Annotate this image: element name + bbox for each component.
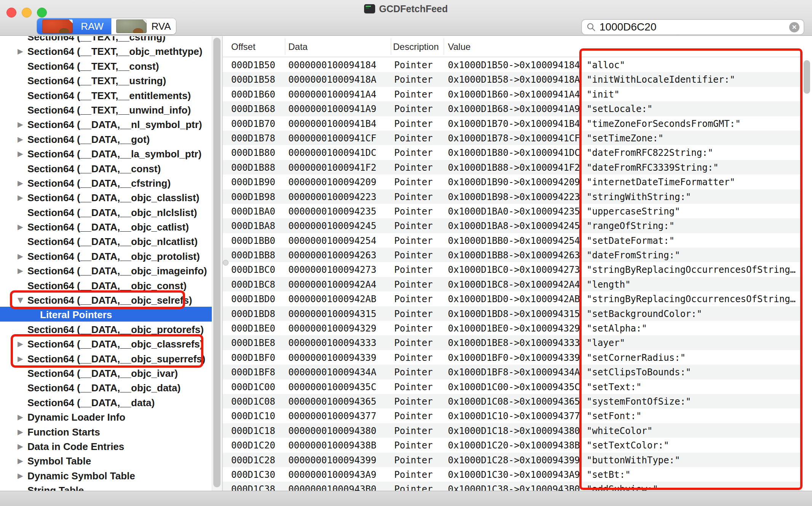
sidebar-item[interactable]: ▶Section64 (__DATA,__objc_classrefs) [0,336,212,351]
table-row[interactable]: 000D1BB00000000100094254Pointer0x1000D1B… [223,233,812,248]
sidebar-item[interactable]: Section64 (__DATA,__const) [0,161,212,175]
sidebar-item[interactable]: Section64 (__TEXT,__ustring) [0,73,212,87]
table-row[interactable]: 000D1BE00000000100094329Pointer0x1000D1B… [223,321,812,335]
sidebar-item[interactable]: ▶Data in Code Entries [0,439,212,453]
disclosure-expanded-icon[interactable]: ▼ [18,296,23,304]
table-row[interactable]: 000D1BF8000000010009434APointer0x1000D1B… [223,365,812,379]
disclosure-collapsed-icon[interactable]: ▶ [18,179,23,187]
data-cell: 000000010009418A [288,74,376,85]
table-row[interactable]: 000D1B8000000001000941DCPointer0x1000D1B… [223,145,812,160]
disclosure-collapsed-icon[interactable]: ▶ [18,135,23,143]
sidebar-item[interactable]: ▶Function Starts [0,424,212,439]
offset-cell: 000D1B60 [231,89,275,100]
offset-cell: 000D1BC0 [231,264,275,275]
disclosure-collapsed-icon[interactable]: ▶ [18,47,23,55]
sidebar-item[interactable]: ▶Section64 (__DATA,__objc_catlist) [0,219,212,234]
sidebar-item[interactable]: ▶Section64 (__DATA,__cfstring) [0,175,212,190]
sidebar-item[interactable]: ▶Symbol Table [0,453,212,468]
table-row[interactable]: 000D1C3000000001000943A9Pointer0x1000D1C… [223,467,812,482]
sidebar-item[interactable]: ▶Section64 (__DATA,__objc_imageinfo) [0,263,212,277]
table-row[interactable]: 000D1BA80000000100094245Pointer0x1000D1B… [223,218,812,233]
disclosure-collapsed-icon[interactable]: ▶ [18,120,23,128]
table-row[interactable]: 000D1BD80000000100094315Pointer0x1000D1B… [223,306,812,321]
table-row[interactable]: 000D1C280000000100094399Pointer0x1000D1C… [223,453,812,467]
table-row[interactable]: 000D1B6000000001000941A4Pointer0x1000D1B… [223,87,812,101]
sidebar-item[interactable]: Section64 (__TEXT,__unwind_info) [0,102,212,117]
table-row[interactable]: 000D1C080000000100094365Pointer0x1000D1C… [223,394,812,408]
disclosure-collapsed-icon[interactable]: ▶ [18,252,23,260]
sidebar-item[interactable]: Section64 (__TEXT,__cstring) [0,36,212,43]
sidebar-item-selected[interactable]: Literal Pointers [0,307,212,321]
value-pointer-cell: 0x1000D1B50->0x100094184 [448,60,580,70]
value-string-cell: "setBackgroundColor:" [587,309,702,319]
disclosure-collapsed-icon[interactable]: ▶ [18,413,23,421]
sidebar-item[interactable]: ▶Dynamic Symbol Table [0,468,212,482]
table-row[interactable]: 000D1BC800000001000942A4Pointer0x1000D1B… [223,277,812,291]
clear-search-icon[interactable]: ✕ [789,22,799,32]
table-scrollbar-track[interactable] [802,36,812,491]
sidebar-item[interactable]: ▶Section64 (__TEXT,__objc_methtype) [0,43,212,58]
segment-raw[interactable]: RAW [37,18,111,34]
table-row[interactable]: 000D1BE80000000100094333Pointer0x1000D1B… [223,335,812,350]
disclosure-collapsed-icon[interactable]: ▶ [18,428,23,436]
table-row[interactable]: 000D1B58000000010009418APointer0x1000D1B… [223,72,812,86]
table-row[interactable]: 000D1C3800000001000943B0Pointer0x1000D1C… [223,482,812,491]
table-row[interactable]: 000D1C180000000100094380Pointer0x1000D1C… [223,423,812,438]
window-title: GCDFetchFeed [379,3,448,14]
table-row[interactable]: 000D1B500000000100094184Pointer0x1000D1B… [223,58,812,72]
sidebar-item[interactable]: ▼Section64 (__DATA,__objc_selrefs) [0,292,212,307]
sidebar-item[interactable]: ▶Section64 (__DATA,__nl_symbol_ptr) [0,117,212,131]
sidebar-item-label: Section64 (__DATA,__const) [27,163,161,175]
sidebar-item[interactable]: Section64 (__DATA,__objc_const) [0,278,212,292]
sidebar-item[interactable]: Section64 (__DATA,__data) [0,395,212,409]
table-row[interactable]: 000D1C00000000010009435CPointer0x1000D1C… [223,380,812,394]
sidebar-item[interactable]: Section64 (__DATA,__objc_ivar) [0,365,212,380]
splitter-handle[interactable] [223,260,229,266]
sidebar-item[interactable]: Section64 (__TEXT,__const) [0,58,212,73]
table-row[interactable]: 000D1BA00000000100094235Pointer0x1000D1B… [223,204,812,218]
sidebar-item[interactable]: ▶Section64 (__DATA,__objc_protolist) [0,248,212,263]
segment-rva[interactable]: RVA [111,18,176,34]
table-row[interactable]: 000D1B7000000001000941B4Pointer0x1000D1B… [223,116,812,131]
table-row[interactable]: 000D1B900000000100094209Pointer0x1000D1B… [223,175,812,189]
sidebar-scrollbar-thumb[interactable] [213,38,221,487]
value-pointer-cell: 0x1000D1C20->0x10009438B [448,440,580,451]
table-row[interactable]: 000D1BF00000000100094339Pointer0x1000D1B… [223,350,812,365]
disclosure-collapsed-icon[interactable]: ▶ [18,223,23,231]
table-row[interactable]: 000D1B980000000100094223Pointer0x1000D1B… [223,189,812,204]
disclosure-collapsed-icon[interactable]: ▶ [18,339,23,348]
offset-cell: 000D1B50 [231,60,275,70]
search-field[interactable]: ✕ [581,19,804,35]
sidebar-item[interactable]: ▶Dynamic Loader Info [0,409,212,424]
disclosure-collapsed-icon[interactable]: ▶ [18,193,23,202]
sidebar-item[interactable]: Section64 (__DATA,__objc_nlclslist) [0,205,212,219]
table-scrollbar-thumb[interactable] [804,60,810,94]
sidebar-item[interactable]: ▶Section64 (__DATA,__got) [0,131,212,146]
sidebar-item[interactable]: Section64 (__DATA,__objc_protorefs) [0,322,212,336]
table-row[interactable]: 000D1C20000000010009438BPointer0x1000D1C… [223,438,812,452]
table-row[interactable]: 000D1BD000000001000942ABPointer0x1000D1B… [223,291,812,306]
disclosure-collapsed-icon[interactable]: ▶ [18,442,23,450]
table-row[interactable]: 000D1C100000000100094377Pointer0x1000D1C… [223,408,812,423]
table-row[interactable]: 000D1B8800000001000941F2Pointer0x1000D1B… [223,160,812,175]
sidebar-item[interactable]: ▶Section64 (__DATA,__objc_superrefs) [0,351,212,365]
sidebar-item[interactable]: Section64 (__DATA,__objc_nlcatlist) [0,234,212,248]
table-row[interactable]: 000D1BC00000000100094273Pointer0x1000D1B… [223,262,812,277]
value-string-cell: "addSubview:" [587,484,658,491]
sidebar-item[interactable]: ▶Section64 (__DATA,__objc_classlist) [0,190,212,204]
disclosure-collapsed-icon[interactable]: ▶ [18,456,23,465]
disclosure-collapsed-icon[interactable]: ▶ [18,149,23,158]
sidebar-item[interactable]: String Table [0,482,212,491]
sidebar-item[interactable]: ▶Section64 (__DATA,__la_symbol_ptr) [0,146,212,160]
disclosure-collapsed-icon[interactable]: ▶ [18,354,23,363]
data-cell: 00000001000941A9 [288,104,376,114]
search-input[interactable] [599,21,778,34]
table-row[interactable]: 000D1BB80000000100094263Pointer0x1000D1B… [223,248,812,262]
sidebar-item[interactable]: Section64 (__DATA,__objc_data) [0,380,212,394]
table-row[interactable]: 000D1B7800000001000941CFPointer0x1000D1B… [223,131,812,145]
table-row[interactable]: 000D1B6800000001000941A9Pointer0x1000D1B… [223,101,812,116]
disclosure-collapsed-icon[interactable]: ▶ [18,266,23,275]
sidebar-scrollbar-track[interactable] [212,36,222,491]
disclosure-collapsed-icon[interactable]: ▶ [18,471,23,480]
sidebar-item[interactable]: Section64 (__TEXT,__entitlements) [0,88,212,102]
